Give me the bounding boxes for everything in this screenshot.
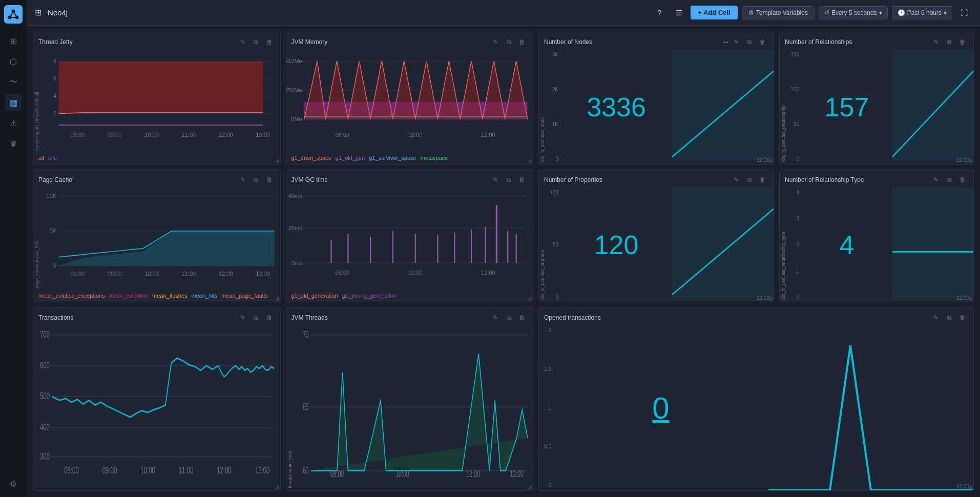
svg-text:65: 65 [302, 401, 308, 412]
legend-g1-eden[interactable]: g1_eden_space [291, 155, 331, 161]
svg-text:12:00: 12:00 [217, 465, 232, 475]
sidebar-item-settings[interactable]: ⚙ [5, 475, 22, 492]
svg-text:400: 400 [40, 422, 50, 432]
thread-jetty-delete[interactable]: 🗑 [264, 36, 275, 48]
opened-tx-copy[interactable]: ⧉ [944, 312, 955, 323]
transactions-panel: Transactions ✎ ⧉ 🗑 700 600 500 [33, 307, 281, 491]
jvm-threads-edit[interactable]: ✎ [490, 312, 501, 323]
thread-jetty-title: Thread Jetty [38, 38, 235, 46]
jvm-gc-edit[interactable]: ✎ [490, 174, 501, 185]
rel-type-copy[interactable]: ⧉ [944, 174, 955, 185]
transactions-copy[interactable]: ⧉ [251, 312, 262, 323]
jvm-gc-copy[interactable]: ⧉ [503, 174, 514, 185]
jvm-memory-delete[interactable]: 🗑 [516, 36, 528, 48]
jvm-threads-y-label: thread.mean_total [286, 325, 294, 490]
template-variables-button[interactable]: ⚙ Template Variables [742, 6, 815, 19]
sidebar-item-crown[interactable]: ♛ [5, 135, 22, 152]
fullscreen-button[interactable]: ⛶ [956, 5, 972, 20]
jvm-threads-copy[interactable]: ⧉ [503, 312, 514, 323]
opened-tx-edit[interactable]: ✎ [930, 312, 942, 323]
transactions-edit[interactable]: ✎ [237, 312, 248, 323]
sidebar-item-graph[interactable]: ⬡ [5, 53, 22, 70]
legend-all[interactable]: all [38, 155, 44, 161]
legend-mean-hits[interactable]: mean_hits [192, 293, 218, 299]
jvm-memory-legend: g1_eden_space g1_old_gen g1_survivor_spa… [286, 153, 533, 164]
legend-idle[interactable]: idle [48, 155, 57, 161]
thread-jetty-edit[interactable]: ✎ [237, 36, 248, 48]
svg-text:700: 700 [40, 329, 50, 339]
svg-text:2: 2 [53, 110, 56, 116]
page-cache-delete[interactable]: 🗑 [264, 174, 275, 185]
rels-delete[interactable]: 🗑 [957, 36, 968, 48]
page-cache-edit[interactable]: ✎ [237, 174, 248, 185]
svg-marker-14 [59, 61, 263, 114]
opened-tx-body: 2 1.5 1 0.5 0 0 12:00 [539, 325, 973, 490]
help-button[interactable]: ? [652, 5, 667, 20]
jvm-threads-chart: 70 65 60 08:00 10:00 12:00 13:00 [294, 325, 533, 490]
legend-mean-evictions[interactable]: mean_evictions [109, 293, 148, 299]
svg-text:60: 60 [302, 465, 308, 475]
rels-chart: 12:00 [892, 50, 973, 164]
page-cache-copy[interactable]: ⧉ [251, 174, 262, 185]
add-cell-button[interactable]: + Add Cell [691, 6, 737, 19]
legend-g1-young-gen[interactable]: g1_young_generation [342, 293, 397, 299]
svg-rect-69 [892, 188, 973, 298]
svg-text:10K: 10K [46, 193, 56, 199]
rel-type-y-ticks: 4 3 2 1 0 [787, 188, 801, 302]
svg-text:10:00: 10:00 [408, 270, 422, 276]
nodes-title: Number of Nodes [544, 38, 721, 46]
sidebar-item-dashboard[interactable]: ⊞ [5, 33, 22, 49]
rels-y-ticks: 150 100 50 0 [787, 50, 801, 164]
app-logo [4, 5, 23, 24]
svg-text:08:00: 08:00 [64, 465, 79, 475]
jvm-memory-edit[interactable]: ✎ [490, 36, 501, 48]
opened-tx-header: Opened transactions ✎ ⧉ 🗑 [539, 308, 973, 325]
jvm-memory-copy[interactable]: ⧉ [503, 36, 514, 48]
nodes-edit[interactable]: ✎ [731, 36, 742, 48]
nodes-x-time: 12:00 [757, 157, 769, 163]
jvm-threads-delete[interactable]: 🗑 [516, 312, 528, 323]
sidebar-item-alerts[interactable]: ⚠ [5, 115, 22, 131]
resize-handle-11: ◢ [968, 484, 972, 489]
opened-tx-delete[interactable]: 🗑 [957, 312, 968, 323]
svg-marker-92 [311, 354, 528, 471]
svg-text:11:00: 11:00 [181, 132, 196, 138]
legend-mean-eviction-exceptions[interactable]: mean_eviction_exceptions [38, 293, 105, 299]
legend-mean-page-faults[interactable]: mean_page_faults [221, 293, 268, 299]
sidebar-item-dashboards[interactable]: ▦ [5, 94, 22, 111]
rels-copy[interactable]: ⧉ [944, 36, 955, 48]
rels-edit[interactable]: ✎ [930, 36, 942, 48]
jvm-threads-title: JVM Threads [291, 314, 488, 321]
transactions-delete[interactable]: 🗑 [264, 312, 275, 323]
nodes-delete[interactable]: 🗑 [757, 36, 768, 48]
legend-metaspace[interactable]: metaspace [421, 155, 448, 161]
page-cache-y-label: page_cache.mean_hits [33, 188, 40, 291]
menu-button[interactable]: ☰ [671, 5, 686, 20]
timerange-button[interactable]: 🕐 Past 6 hours ▾ [892, 6, 952, 19]
opened-tx-y-ticks: 2 1.5 1 0.5 0 [539, 325, 553, 490]
thread-jetty-body: server.mean_threads.jetty.all 8 6 4 2 [33, 50, 280, 153]
sidebar-item-metrics[interactable]: 〜 [5, 74, 22, 90]
legend-g1-survivor[interactable]: g1_survivor_space [369, 155, 416, 161]
interval-button[interactable]: ↺ Every 5 seconds ▾ [819, 6, 888, 19]
svg-text:08:00: 08:00 [335, 270, 349, 276]
rel-type-edit[interactable]: ✎ [930, 174, 942, 185]
resize-handle-9: ◢ [275, 484, 279, 489]
svg-text:10:00: 10:00 [144, 132, 159, 138]
props-delete[interactable]: 🗑 [757, 174, 768, 185]
legend-g1-old-gen[interactable]: g1_old_generation [291, 293, 338, 299]
nodes-copy[interactable]: ⧉ [744, 36, 755, 48]
legend-mean-flushes[interactable]: mean_flushes [152, 293, 187, 299]
svg-text:0Mo: 0Mo [291, 116, 302, 122]
thread-jetty-copy[interactable]: ⧉ [251, 36, 262, 48]
props-edit[interactable]: ✎ [731, 174, 742, 185]
jvm-gc-delete[interactable]: 🗑 [516, 174, 528, 185]
props-copy[interactable]: ⧉ [744, 174, 755, 185]
nodes-y-ticks: 3K 2K 1K 0 [546, 50, 560, 164]
legend-g1-old[interactable]: g1_old_gen [336, 155, 365, 161]
svg-text:12:00: 12:00 [481, 132, 495, 138]
svg-text:512Mo: 512Mo [286, 58, 302, 64]
resize-handle-10: ◢ [528, 484, 532, 489]
svg-text:13:00: 13:00 [510, 468, 524, 479]
rel-type-delete[interactable]: 🗑 [957, 174, 968, 185]
